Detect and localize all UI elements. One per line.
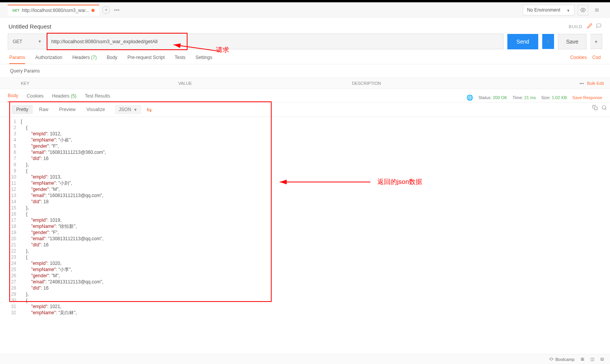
request-title-row: Untitled Request BUILD [0, 18, 610, 34]
tab-bar: GET http://localhost:8080/ssm3_war... + … [0, 2, 610, 18]
tab-headers[interactable]: Headers (7) [72, 55, 96, 64]
view-pretty[interactable]: Pretty [12, 105, 33, 114]
view-tabs: Pretty Raw Preview Visualize JSON ▼ ⇆ [0, 103, 610, 117]
code-line: 1[ [0, 118, 610, 125]
cookies-link[interactable]: Cookies [570, 55, 587, 64]
code-line: 30 { [0, 297, 610, 303]
url-input[interactable] [47, 34, 503, 49]
response-body[interactable]: 1[2 {3 "empId": 1012,4 "empName": "小崔",5… [0, 117, 610, 324]
code-line: 11 "empName": "小刘", [0, 180, 610, 186]
code-line: 6 "email": "160813111213@360.com", [0, 149, 610, 155]
code-line: 23 { [0, 254, 610, 260]
caret-down-icon: ▼ [133, 108, 137, 112]
settings-icon[interactable] [591, 5, 602, 15]
code-line: 3 "empId": 1012, [0, 131, 610, 137]
code-line: 29 }, [0, 291, 610, 297]
code-line: 24 "empId": 1020, [0, 260, 610, 266]
url-group: GET ▼ [8, 34, 504, 49]
edit-icon[interactable] [587, 23, 592, 30]
tab-method: GET [12, 8, 20, 12]
code-line: 27 "email": "240813112113@qq.com", [0, 279, 610, 285]
tab-prerequest[interactable]: Pre-request Script [127, 55, 165, 64]
globe-icon[interactable]: 🌐 [466, 94, 473, 101]
resp-tab-cookies[interactable]: Cookies [27, 93, 43, 102]
environment-selected: No Environment [527, 7, 560, 13]
code-line: 4 "empName": "小崔", [0, 137, 610, 143]
code-line: 12 "gender": "M", [0, 186, 610, 192]
size-label: Size: 1.02 KB [541, 95, 567, 100]
request-title: Untitled Request [8, 23, 51, 30]
request-tab[interactable]: GET http://localhost:8080/ssm3_war... [8, 5, 99, 16]
method-value: GET [13, 39, 22, 44]
resp-tab-headers[interactable]: Headers (5) [52, 93, 76, 102]
code-line: 7 "dId": 16 [0, 155, 610, 162]
code-line: 20 "email": "130813112113@qq.com", [0, 236, 610, 242]
annotation-text-request: 请求 [216, 46, 229, 54]
params-header-row: KEY VALUE DESCRIPTION ••• Bulk Edit [0, 78, 610, 89]
svg-line-7 [605, 109, 607, 110]
view-raw[interactable]: Raw [34, 105, 53, 114]
code-line: 32 "empName": "吴白林", [0, 310, 610, 316]
bulk-edit-link[interactable]: Bulk Edit [587, 81, 604, 86]
code-line: 9 { [0, 168, 610, 174]
code-line: 28 "dId": 16 [0, 285, 610, 291]
response-tabs: Body Cookies Headers (5) Test Results 🌐 … [0, 89, 610, 103]
build-label[interactable]: BUILD [569, 24, 582, 29]
more-icon[interactable]: ••• [580, 81, 584, 86]
tab-label: http://localhost:8080/ssm3_war... [22, 8, 90, 13]
tab-tests[interactable]: Tests [175, 55, 186, 64]
view-visualize[interactable]: Visualize [82, 105, 110, 114]
url-row: GET ▼ Send ▼ Save ▼ [0, 34, 610, 49]
code-line: 19 "gender": "F", [0, 229, 610, 236]
tab-authorization[interactable]: Authorization [35, 55, 62, 64]
tab-more-icon[interactable]: ••• [114, 7, 120, 13]
code-link[interactable]: Cod [592, 55, 601, 64]
code-line: 25 "empName": "小李", [0, 266, 610, 273]
caret-down-icon: ▼ [566, 8, 570, 13]
code-line: 26 "gender": "M", [0, 273, 610, 279]
code-line: 22 }, [0, 248, 610, 254]
send-button[interactable]: Send [507, 34, 539, 49]
code-line: 13 "email": "160813112113@qq.com", [0, 192, 610, 199]
request-tabs: Params Authorization Headers (7) Body Pr… [0, 49, 610, 64]
col-description: DESCRIPTION [347, 78, 573, 89]
format-select[interactable]: JSON ▼ [115, 105, 141, 114]
svg-point-0 [582, 9, 584, 11]
resp-tab-testresults[interactable]: Test Results [85, 93, 110, 102]
col-value: VALUE [174, 78, 347, 89]
environment-select[interactable]: No Environment ▼ [523, 5, 575, 15]
send-dropdown[interactable]: ▼ [542, 34, 554, 49]
env-preview-icon[interactable] [578, 5, 588, 15]
code-line: 16 { [0, 211, 610, 217]
svg-point-6 [602, 106, 606, 109]
tab-body[interactable]: Body [107, 55, 117, 64]
comment-icon[interactable] [596, 23, 602, 30]
code-line: 15 }, [0, 205, 610, 211]
save-response-link[interactable]: Save Response [572, 95, 602, 100]
search-icon[interactable] [602, 105, 607, 111]
status-label: Status: 200 OK [478, 95, 507, 100]
code-line: 5 "gender": "F", [0, 143, 610, 149]
code-line: 18 "empName": "徐恒新", [0, 223, 610, 229]
code-line: 10 "empId": 1013, [0, 174, 610, 180]
resp-tab-body[interactable]: Body [8, 93, 18, 102]
tab-params[interactable]: Params [9, 55, 25, 64]
environment-bar: No Environment ▼ [523, 5, 602, 15]
wrap-lines-icon[interactable]: ⇆ [147, 106, 152, 113]
unsaved-dot-icon [91, 9, 95, 12]
tab-settings[interactable]: Settings [196, 55, 212, 64]
copy-icon[interactable] [592, 105, 598, 111]
code-line: 2 { [0, 125, 610, 131]
save-dropdown[interactable]: ▼ [590, 34, 602, 49]
code-line: 14 "dId": 18 [0, 199, 610, 205]
code-line: 31 "empId": 1021, [0, 303, 610, 310]
view-preview[interactable]: Preview [54, 105, 80, 114]
new-tab-button[interactable]: + [102, 6, 110, 14]
save-button[interactable]: Save [558, 34, 586, 49]
method-select[interactable]: GET ▼ [8, 34, 47, 49]
query-params-label: Query Params [0, 64, 610, 78]
annotation-text-response: 返回的json数据 [377, 177, 422, 186]
caret-down-icon: ▼ [38, 39, 42, 44]
code-line: 17 "empId": 1019, [0, 217, 610, 223]
svg-rect-5 [594, 107, 597, 110]
